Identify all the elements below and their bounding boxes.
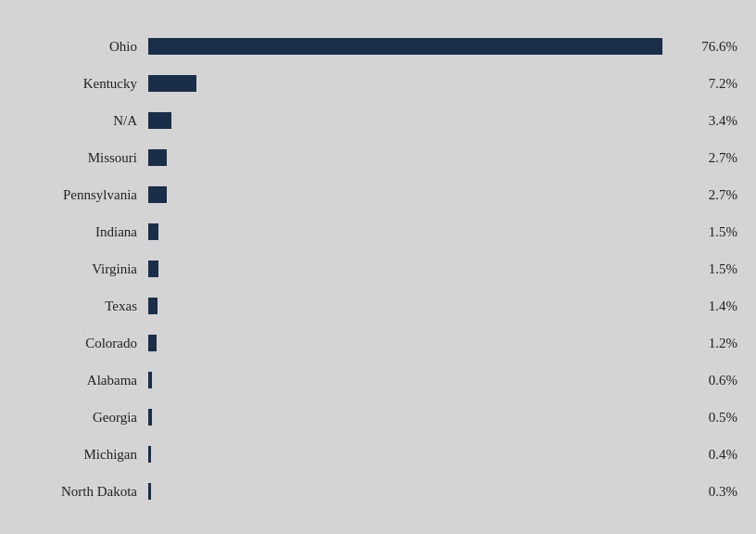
bar-area <box>148 298 682 314</box>
bar-pct-label: 1.4% <box>682 299 737 314</box>
bar-label: Pennsylvania <box>19 187 148 203</box>
bar-area <box>148 335 682 351</box>
bar-pct-label: 2.7% <box>682 187 737 203</box>
bar <box>148 186 167 203</box>
bar <box>148 483 151 500</box>
bar <box>148 149 167 166</box>
bar-row: Kentucky7.2% <box>19 65 737 102</box>
bar-label: Kentucky <box>19 76 148 92</box>
bar-area <box>148 446 682 463</box>
bar-label: Alabama <box>19 373 148 388</box>
bar-pct-label: 3.4% <box>682 113 737 129</box>
bar-row: Ohio76.6% <box>19 28 737 65</box>
bar-label: Virginia <box>19 261 148 277</box>
bar-area <box>148 75 682 92</box>
bar-row: Virginia1.5% <box>19 250 737 287</box>
bar-label: Georgia <box>19 410 148 426</box>
bar-area <box>148 149 682 166</box>
bar-area <box>148 261 682 277</box>
bar-label: Indiana <box>19 224 148 240</box>
bar <box>148 409 152 426</box>
bar-pct-label: 76.6% <box>682 39 737 55</box>
bar-pct-label: 7.2% <box>682 76 737 92</box>
chart-container: Ohio76.6%Kentucky7.2%N/A3.4%Missouri2.7%… <box>0 0 756 534</box>
bar <box>148 298 158 314</box>
bar <box>148 75 196 92</box>
bar-row: Michigan0.4% <box>19 436 737 473</box>
bar-row: Texas1.4% <box>19 287 737 324</box>
bar-pct-label: 1.5% <box>682 261 737 277</box>
bar-pct-label: 0.5% <box>682 410 737 426</box>
bar-row: Indiana1.5% <box>19 213 737 250</box>
bar-row: Alabama0.6% <box>19 362 737 399</box>
bar-pct-label: 0.6% <box>682 373 737 388</box>
bar-pct-label: 0.3% <box>682 484 737 500</box>
bar <box>148 261 158 277</box>
bar-area <box>148 223 682 240</box>
bar-label: North Dakota <box>19 484 148 500</box>
bar-row: Georgia0.5% <box>19 399 737 436</box>
bar <box>148 223 158 240</box>
bar-area <box>148 409 682 426</box>
bar-row: Missouri2.7% <box>19 139 737 176</box>
bar-row: N/A3.4% <box>19 102 737 139</box>
bar-label: Texas <box>19 299 148 314</box>
bar-row: Colorado1.2% <box>19 324 737 362</box>
bar <box>148 335 157 351</box>
bar <box>148 38 662 55</box>
bar-pct-label: 1.5% <box>682 224 737 240</box>
bar-label: Ohio <box>19 39 148 55</box>
bar-label: Michigan <box>19 447 148 463</box>
bar-label: Missouri <box>19 150 148 166</box>
bar-area <box>148 112 682 129</box>
bar-area <box>148 186 682 203</box>
bar <box>148 112 171 129</box>
bar-label: Colorado <box>19 336 148 351</box>
bar-area <box>148 372 682 388</box>
bar-label: N/A <box>19 113 148 129</box>
bar-area <box>148 38 682 55</box>
bar-row: North Dakota0.3% <box>19 473 737 510</box>
bar <box>148 372 152 388</box>
bar-pct-label: 1.2% <box>682 336 737 351</box>
bar-area <box>148 483 682 500</box>
bar-pct-label: 0.4% <box>682 447 737 463</box>
bar-pct-label: 2.7% <box>682 150 737 166</box>
bar <box>148 446 151 463</box>
bar-row: Pennsylvania2.7% <box>19 176 737 213</box>
